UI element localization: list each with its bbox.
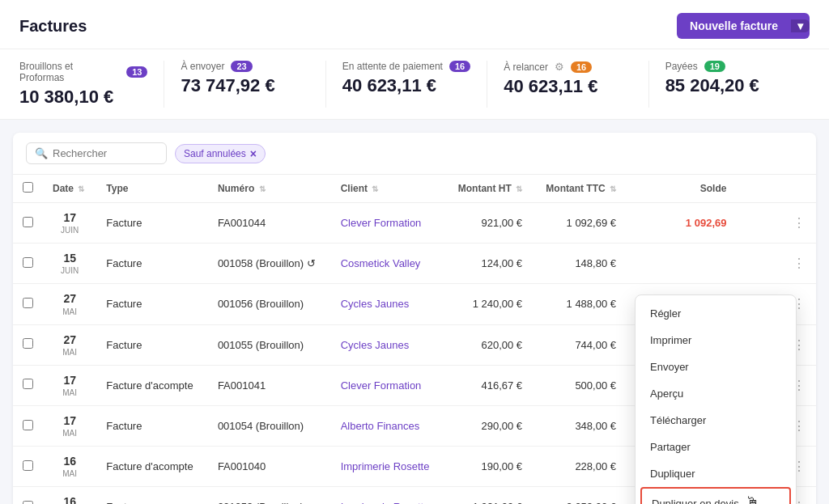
td-checkbox [13, 487, 43, 504]
row-checkbox[interactable] [23, 257, 33, 268]
row-checkbox[interactable] [23, 338, 33, 349]
client-link[interactable]: Clever Formation [341, 217, 422, 229]
page-header: Factures Nouvelle facture ▾ [0, 0, 829, 49]
stat-amount-1: 73 747,92 € [181, 75, 308, 96]
stat-label-2: En attente de paiement [342, 61, 443, 72]
client-link[interactable]: Imprimerie Rosette [341, 501, 430, 504]
td-montant-ht: 1 240,00 € [444, 284, 532, 324]
th-montant-ttc[interactable]: Montant TTC ⇅ [532, 175, 626, 203]
date-day: 17 [53, 413, 87, 428]
td-client: Cycles Jaunes [331, 324, 444, 365]
date-month: JUIN [53, 265, 87, 276]
date-day: 27 [53, 332, 87, 347]
menu-item-télécharger[interactable]: Télécharger [636, 407, 796, 434]
td-type: Facture d'acompte [96, 447, 208, 487]
td-montant-ttc: 500,00 € [532, 365, 626, 405]
filter-close-icon[interactable]: × [250, 147, 257, 160]
date-day: 15 [53, 251, 87, 265]
gear-icon[interactable]: ⚙ [555, 61, 564, 73]
td-client: Cycles Jaunes [331, 284, 444, 324]
td-checkbox [13, 405, 43, 446]
td-montant-ht: 620,00 € [444, 324, 532, 365]
td-checkbox [13, 324, 43, 365]
date-month: MAI [53, 307, 87, 317]
th-checkbox [13, 175, 43, 203]
date-month: MAI [53, 388, 87, 398]
td-montant-ttc: 228,00 € [532, 447, 626, 487]
td-numero: 001056 (Brouillon) [208, 284, 331, 324]
td-numero: 001058 (Brouillon) ↺ [208, 244, 331, 284]
td-numero: FA001041 [208, 365, 331, 405]
new-invoice-label: Nouvelle facture [690, 19, 778, 32]
client-link[interactable]: Imprimerie Rosette [341, 460, 430, 472]
td-date: 16 MAI [43, 447, 96, 487]
stat-amount-0: 10 380,10 € [19, 87, 147, 108]
date-day: 16 [53, 454, 87, 468]
menu-item-dupliquer-en-devis[interactable]: Dupliquer en devis🖱 [640, 487, 791, 504]
th-montant-ht[interactable]: Montant HT ⇅ [444, 175, 532, 203]
stat-badge-0: 13 [126, 66, 147, 78]
more-options-icon[interactable]: ⋮ [793, 256, 806, 270]
search-input[interactable] [53, 147, 158, 159]
client-link[interactable]: Clever Formation [341, 379, 422, 392]
th-numero[interactable]: Numéro ⇅ [208, 175, 331, 203]
client-link[interactable]: Cycles Jaunes [341, 339, 410, 351]
row-checkbox[interactable] [23, 501, 33, 504]
client-link[interactable]: Cosmetick Valley [341, 257, 421, 269]
toolbar: 🔍 Sauf annulées × [13, 133, 816, 175]
td-numero: 001054 (Brouillon) [208, 405, 331, 446]
date-month: JUIN [53, 225, 87, 235]
td-montant-ttc: 1 488,00 € [532, 284, 626, 324]
select-all-checkbox[interactable] [23, 182, 33, 193]
client-link[interactable]: Alberto Finances [341, 420, 420, 432]
dropdown-arrow[interactable]: ▾ [791, 19, 810, 32]
row-checkbox[interactable] [23, 298, 33, 308]
date-day: 17 [53, 210, 87, 225]
row-checkbox[interactable] [23, 217, 33, 227]
th-client[interactable]: Client ⇅ [331, 175, 444, 203]
th-date[interactable]: Date ⇅ [43, 175, 96, 203]
menu-item-envoyer[interactable]: Envoyer [636, 354, 796, 380]
stat-badge-3: 16 [571, 61, 592, 73]
td-numero: FA001044 [208, 203, 331, 244]
td-checkbox [13, 365, 43, 405]
menu-item-dupliquer[interactable]: Dupliquer [636, 460, 796, 487]
new-invoice-button[interactable]: Nouvelle facture ▾ [677, 13, 810, 39]
td-montant-ttc: 148,80 € [532, 244, 626, 284]
menu-item-aperçu[interactable]: Aperçu [636, 380, 796, 407]
td-type: Facture [96, 487, 208, 504]
td-montant-ttc: 1 092,69 € [532, 203, 626, 244]
td-client: Clever Formation [331, 365, 444, 405]
client-link[interactable]: Cycles Jaunes [341, 298, 410, 310]
search-box[interactable]: 🔍 [26, 142, 167, 164]
stat-item-2: En attente de paiement 16 40 623,11 € [326, 61, 487, 108]
td-client: Clever Formation [331, 203, 444, 244]
stat-item-0: Brouillons et Proformas 13 10 380,10 € [19, 61, 164, 108]
td-actions: ⋮ [736, 203, 816, 244]
date-day: 27 [53, 291, 87, 306]
td-numero: FA001040 [208, 447, 331, 487]
stat-label-3: À relancer [504, 61, 548, 73]
menu-item-régler[interactable]: Régler [636, 300, 796, 327]
td-type: Facture d'acompte [96, 365, 208, 405]
row-checkbox[interactable] [23, 420, 33, 430]
more-options-icon[interactable]: ⋮ [793, 216, 806, 230]
table-row: 17 JUIN Facture FA001044 Clever Formatio… [13, 203, 816, 244]
stat-item-3: À relancer ⚙ 16 40 623,11 € [487, 61, 648, 108]
td-checkbox [13, 284, 43, 324]
row-checkbox[interactable] [23, 379, 33, 389]
filter-tag[interactable]: Sauf annulées × [175, 144, 266, 163]
td-montant-ht: 290,00 € [444, 405, 532, 446]
cursor-icon: 🖱 [746, 494, 760, 504]
stat-badge-1: 23 [231, 61, 252, 72]
menu-item-partager[interactable]: Partager [636, 434, 796, 460]
row-checkbox[interactable] [23, 460, 33, 471]
td-client: Alberto Finances [331, 405, 444, 446]
td-date: 17 MAI [43, 365, 96, 405]
th-actions [736, 175, 816, 203]
td-numero: 001053 (Brouillon) [208, 487, 331, 504]
td-montant-ht: 1 921,99 € [444, 487, 532, 504]
td-montant-ht: 921,00 € [444, 203, 532, 244]
menu-item-imprimer[interactable]: Imprimer [636, 327, 796, 354]
th-solde: Solde [626, 175, 736, 203]
